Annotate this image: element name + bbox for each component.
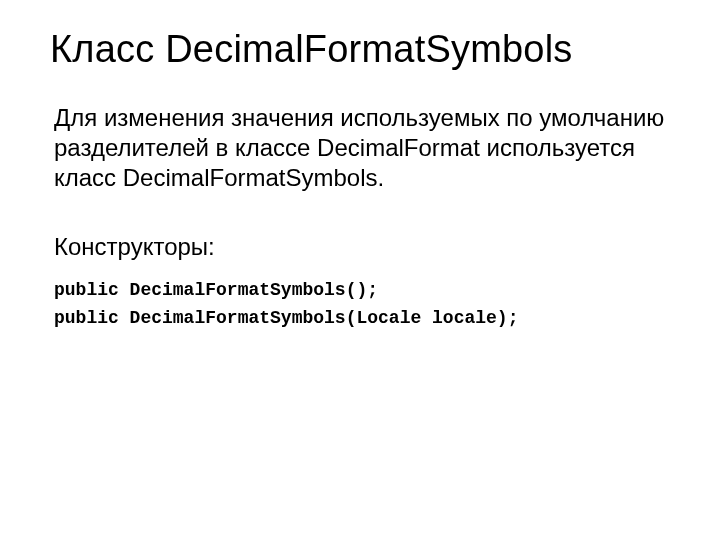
description-paragraph: Для изменения значения используемых по у…	[50, 103, 670, 193]
slide-title: Класс DecimalFormatSymbols	[50, 28, 670, 71]
constructors-subheading: Конструкторы:	[50, 233, 670, 261]
code-constructor-locale: public DecimalFormatSymbols(Locale local…	[50, 305, 670, 333]
code-constructor-noarg: public DecimalFormatSymbols();	[50, 277, 670, 305]
